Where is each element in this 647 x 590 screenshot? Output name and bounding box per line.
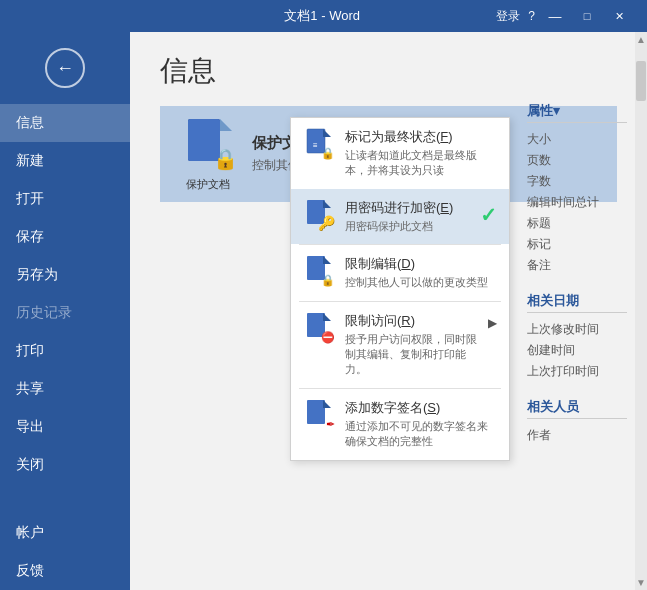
sidebar-item-close[interactable]: 关闭 xyxy=(0,446,130,484)
restrict-edit-content: 限制编辑(D) 控制其他人可以做的更改类型 xyxy=(345,255,497,290)
people-section: 相关人员 作者 xyxy=(527,398,627,446)
prop-edit-time: 编辑时间总计 xyxy=(527,192,627,213)
restore-button[interactable]: □ xyxy=(575,7,599,25)
restrict-access-arrow: ▶ xyxy=(488,316,497,330)
prop-pages: 页数 xyxy=(527,150,627,171)
sidebar-item-account[interactable]: 帐户 xyxy=(0,514,130,552)
prop-notes: 备注 xyxy=(527,255,627,276)
properties-header[interactable]: 属性▾ xyxy=(527,102,627,123)
vertical-scrollbar[interactable]: ▲ ▼ xyxy=(635,32,647,590)
svg-rect-10 xyxy=(307,400,325,424)
page-title: 信息 xyxy=(130,32,647,106)
person-author: 作者 xyxy=(527,425,627,446)
window-title: 文档1 - Word xyxy=(148,7,496,25)
protect-dropdown-menu: ≡ 🔒 标记为最终状态(F) 让读者知道此文档是最终版本，并将其设为只读 xyxy=(290,117,510,461)
sidebar-item-share[interactable]: 共享 xyxy=(0,370,130,408)
restrict-access-title: 限制访问(R) xyxy=(345,312,478,330)
encrypt-icon: 🔑 xyxy=(303,199,335,231)
dates-section: 相关日期 上次修改时间 创建时间 上次打印时间 xyxy=(527,292,627,382)
date-modified: 上次修改时间 xyxy=(527,319,627,340)
sidebar-item-new[interactable]: 新建 xyxy=(0,142,130,180)
menu-item-digital-sign[interactable]: ✒ 添加数字签名(S) 通过添加不可见的数字签名来确保文档的完整性 xyxy=(291,389,509,460)
prop-tags: 标记 xyxy=(527,234,627,255)
restrict-edit-title: 限制编辑(D) xyxy=(345,255,497,273)
mark-final-icon: ≡ 🔒 xyxy=(303,128,335,160)
sidebar-item-saveas[interactable]: 另存为 xyxy=(0,256,130,294)
mark-final-title: 标记为最终状态(F) xyxy=(345,128,497,146)
content-area: ▲ ▼ 信息 xyxy=(130,32,647,590)
back-button[interactable]: ← xyxy=(45,48,85,88)
menu-item-encrypt[interactable]: 🔑 用密码进行加密(E) 用密码保护此文档 ✓ xyxy=(291,189,509,244)
date-created: 创建时间 xyxy=(527,340,627,361)
svg-text:≡: ≡ xyxy=(313,141,318,150)
encrypt-checkmark: ✓ xyxy=(480,203,497,227)
sidebar-item-export[interactable]: 导出 xyxy=(0,408,130,446)
date-printed: 上次打印时间 xyxy=(527,361,627,382)
close-button[interactable]: ✕ xyxy=(607,7,631,25)
encrypt-desc: 用密码保护此文档 xyxy=(345,219,470,234)
restrict-edit-desc: 控制其他人可以做的更改类型 xyxy=(345,275,497,290)
protect-document-label: 保护文档 xyxy=(186,177,230,192)
menu-item-mark-final[interactable]: ≡ 🔒 标记为最终状态(F) 让读者知道此文档是最终版本，并将其设为只读 xyxy=(291,118,509,189)
digital-sign-content: 添加数字签名(S) 通过添加不可见的数字签名来确保文档的完整性 xyxy=(345,399,497,450)
encrypt-title: 用密码进行加密(E) xyxy=(345,199,470,217)
sidebar-item-info[interactable]: 信息 xyxy=(0,104,130,142)
prop-words: 字数 xyxy=(527,171,627,192)
scroll-thumb[interactable] xyxy=(636,61,646,101)
mark-final-content: 标记为最终状态(F) 让读者知道此文档是最终版本，并将其设为只读 xyxy=(345,128,497,179)
restrict-edit-icon: 🔒 xyxy=(303,255,335,287)
help-button[interactable]: ? xyxy=(528,9,535,23)
sidebar-item-open[interactable]: 打开 xyxy=(0,180,130,218)
sidebar: ← 信息 新建 打开 保存 另存为 历史记录 打印 共享 导出 关闭 帐户 反馈 xyxy=(0,32,130,590)
menu-item-restrict-edit[interactable]: 🔒 限制编辑(D) 控制其他人可以做的更改类型 xyxy=(291,245,509,300)
dates-header: 相关日期 xyxy=(527,292,627,313)
digital-sign-icon: ✒ xyxy=(303,399,335,431)
minimize-button[interactable]: — xyxy=(543,7,567,25)
sidebar-item-print[interactable]: 打印 xyxy=(0,332,130,370)
menu-item-restrict-access[interactable]: ⛔ 限制访问(R) 授予用户访问权限，同时限制其编辑、复制和打印能力。 ▶ xyxy=(291,302,509,388)
people-header: 相关人员 xyxy=(527,398,627,419)
protect-document-icon-wrap: 🔒 保护文档 xyxy=(176,122,240,186)
properties-section: 属性▾ 大小 页数 字数 编辑时间总计 标题 标记 备注 xyxy=(527,102,627,276)
restrict-access-icon: ⛔ xyxy=(303,312,335,344)
right-panel: 属性▾ 大小 页数 字数 编辑时间总计 标题 标记 备注 相关日期 上次修改时间… xyxy=(527,102,627,462)
prop-title: 标题 xyxy=(527,213,627,234)
lock-overlay-icon: 🔒 xyxy=(213,147,238,171)
restrict-access-desc: 授予用户访问权限，同时限制其编辑、复制和打印能力。 xyxy=(345,332,478,378)
encrypt-content: 用密码进行加密(E) 用密码保护此文档 xyxy=(345,199,470,234)
mark-final-desc: 让读者知道此文档是最终版本，并将其设为只读 xyxy=(345,148,497,179)
digital-sign-title: 添加数字签名(S) xyxy=(345,399,497,417)
sidebar-item-save[interactable]: 保存 xyxy=(0,218,130,256)
prop-size: 大小 xyxy=(527,129,627,150)
sidebar-item-history: 历史记录 xyxy=(0,294,130,332)
title-bar: 文档1 - Word 登录 ? — □ ✕ xyxy=(0,0,647,32)
restrict-access-content: 限制访问(R) 授予用户访问权限，同时限制其编辑、复制和打印能力。 xyxy=(345,312,478,378)
sidebar-item-feedback[interactable]: 反馈 xyxy=(0,552,130,590)
login-button[interactable]: 登录 xyxy=(496,8,520,25)
digital-sign-desc: 通过添加不可见的数字签名来确保文档的完整性 xyxy=(345,419,497,450)
